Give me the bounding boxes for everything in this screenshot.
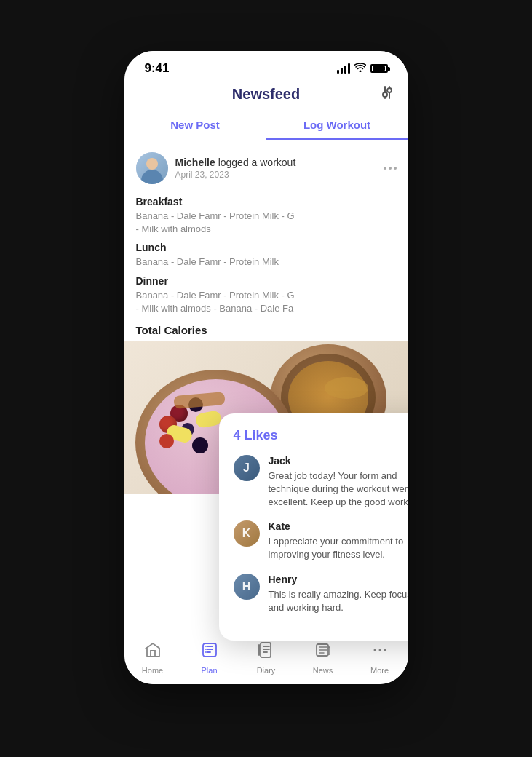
lunch-title: Lunch bbox=[136, 242, 397, 253]
svg-point-12 bbox=[384, 649, 386, 651]
nav-item-news[interactable]: News bbox=[295, 635, 352, 675]
avatar bbox=[136, 152, 168, 184]
dinner-section: Dinner Banana - Dale Famr - Protein Milk… bbox=[124, 272, 408, 318]
dinner-items: Banana - Dale Famr - Protein Milk - G- M… bbox=[136, 289, 397, 315]
kate-comment: I appreciate your commitment to improvin… bbox=[269, 535, 408, 561]
svg-point-2 bbox=[383, 92, 387, 97]
svg-point-7 bbox=[205, 651, 206, 653]
post-card: Michelle logged a workout April 23, 2023 bbox=[124, 140, 408, 184]
post-date: April 23, 2023 bbox=[175, 170, 296, 180]
breakfast-items: Banana - Dale Famr - Protein Milk - G- M… bbox=[136, 210, 397, 236]
comment-kate: K Kate I appreciate your commitment to i… bbox=[234, 520, 408, 561]
svg-point-10 bbox=[373, 649, 376, 651]
tab-log-workout[interactable]: Log Workout bbox=[266, 110, 408, 140]
nav-item-home[interactable]: Home bbox=[124, 635, 181, 675]
henry-avatar: H bbox=[234, 574, 260, 600]
post-user: Michelle logged a workout April 23, 2023 bbox=[136, 152, 296, 184]
nav-item-diary[interactable]: Diary bbox=[238, 635, 295, 675]
breakfast-section: Breakfast Banana - Dale Famr - Protein M… bbox=[124, 193, 408, 239]
status-time: 9:41 bbox=[145, 61, 170, 76]
comments-popup: 4 Likes J Jack Great job today! Your for… bbox=[219, 413, 408, 641]
news-label: News bbox=[313, 666, 333, 675]
plan-label: Plan bbox=[201, 666, 217, 675]
diary-label: Diary bbox=[257, 666, 276, 675]
breakfast-title: Breakfast bbox=[136, 196, 397, 207]
svg-point-3 bbox=[387, 88, 392, 92]
dinner-title: Dinner bbox=[136, 275, 397, 287]
svg-point-5 bbox=[205, 646, 206, 647]
page-title: Newsfeed bbox=[232, 86, 300, 103]
home-label: Home bbox=[142, 666, 163, 675]
battery-icon bbox=[370, 64, 388, 73]
tab-new-post[interactable]: New Post bbox=[124, 110, 266, 140]
status-bar: 9:41 bbox=[124, 51, 408, 82]
diary-icon bbox=[258, 641, 275, 663]
tabs: New Post Log Workout bbox=[124, 110, 408, 140]
signal-icon bbox=[337, 63, 350, 74]
svg-rect-4 bbox=[203, 643, 216, 657]
comment-jack: J Jack Great job today! Your form and te… bbox=[234, 455, 408, 510]
more-icon bbox=[371, 641, 389, 663]
plan-icon bbox=[201, 641, 218, 663]
henry-name: Henry bbox=[269, 574, 408, 585]
comment-henry: H Henry This is really amazing. Keep foc… bbox=[234, 574, 408, 614]
filter-icon[interactable] bbox=[381, 85, 394, 103]
nav-item-more[interactable]: More bbox=[352, 635, 408, 675]
svg-rect-8 bbox=[261, 643, 271, 657]
kate-name: Kate bbox=[269, 520, 408, 532]
news-icon bbox=[314, 641, 332, 663]
nav-item-plan[interactable]: Plan bbox=[181, 635, 238, 675]
jack-name: Jack bbox=[269, 455, 408, 467]
home-icon bbox=[144, 641, 162, 663]
total-calories-label: Total Calories bbox=[124, 318, 408, 341]
wifi-icon bbox=[354, 63, 366, 74]
jack-avatar: J bbox=[234, 455, 260, 481]
lunch-items: Banana - Dale Famr - Protein Milk bbox=[136, 255, 397, 269]
kate-avatar: K bbox=[234, 520, 260, 547]
post-header: Michelle logged a workout April 23, 2023 bbox=[136, 152, 397, 184]
header: Newsfeed bbox=[124, 82, 408, 110]
more-label: More bbox=[370, 666, 389, 675]
jack-comment: Great job today! Your form and technique… bbox=[269, 469, 408, 510]
lunch-section: Lunch Banana - Dale Famr - Protein Milk bbox=[124, 239, 408, 272]
likes-count: 4 Likes bbox=[234, 428, 408, 443]
status-icons bbox=[337, 63, 388, 74]
henry-comment: This is really amazing. Keep focusing an… bbox=[269, 588, 408, 614]
post-menu[interactable] bbox=[384, 167, 397, 170]
post-name: Michelle logged a workout bbox=[175, 156, 296, 168]
svg-point-11 bbox=[378, 649, 381, 651]
svg-point-6 bbox=[205, 649, 206, 650]
